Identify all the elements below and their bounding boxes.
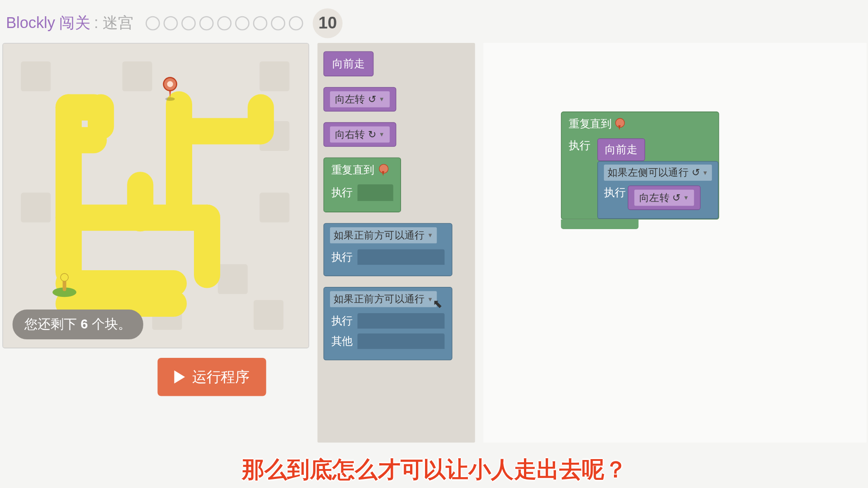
blocks-remaining-badge: 您还剩下 6 个块。	[13, 310, 143, 339]
block-toolbox: 向前走 向左转 ↺ ▼ 向右转 ↻ ▼ 重复直到 执行 如果正前方可以通行 ▼ …	[317, 43, 475, 442]
level-dots: 10	[146, 8, 343, 38]
video-caption: 那么到底怎么才可以让小人走出去呢？	[242, 455, 627, 485]
maze-canvas: 您还剩下 6 个块。	[2, 43, 309, 348]
ws-block-if-left[interactable]: 如果左侧可以通行 ↺ ▼ 执行 向左转 ↺ ▼	[597, 161, 718, 219]
pin-icon	[615, 118, 623, 130]
block-if-else-path-ahead[interactable]: 如果正前方可以通行 ▼ 执行 其他	[323, 287, 469, 360]
level-dot[interactable]	[199, 16, 214, 30]
block-turn-right[interactable]: 向右转 ↻ ▼	[323, 122, 469, 147]
workspace-program[interactable]: 重复直到 执行 向前走 如果左侧可以通行 ↺ ▼ 执行 向左转 ↺ ▼	[561, 112, 719, 229]
block-turn-left[interactable]: 向左转 ↺ ▼	[323, 87, 469, 112]
pin-icon	[379, 164, 387, 176]
ws-block-move-forward[interactable]: 向前走	[597, 138, 645, 161]
goal-marker-icon	[163, 77, 177, 101]
player-icon	[56, 273, 74, 297]
run-program-button[interactable]: 运行程序	[157, 358, 266, 396]
level-dot[interactable]	[217, 16, 232, 30]
level-dot[interactable]	[181, 16, 196, 30]
header: Blockly 闯关 : 迷宫 10	[0, 0, 868, 43]
maze-panel: 您还剩下 6 个块。 运行程序	[2, 43, 309, 442]
level-dot[interactable]	[253, 16, 268, 30]
app-title: Blockly 闯关	[6, 13, 90, 33]
ws-block-turn-left[interactable]: 向左转 ↺ ▼	[628, 186, 701, 210]
block-if-path-ahead[interactable]: 如果正前方可以通行 ▼ 执行	[323, 223, 469, 276]
block-repeat-until[interactable]: 重复直到 执行	[323, 157, 469, 212]
level-dot[interactable]	[146, 16, 160, 30]
workspace[interactable]: 重复直到 执行 向前走 如果左侧可以通行 ↺ ▼ 执行 向左转 ↺ ▼	[483, 43, 866, 442]
level-dot[interactable]	[235, 16, 250, 30]
level-dot[interactable]	[289, 16, 303, 30]
level-dot[interactable]	[164, 16, 178, 30]
game-name: : 迷宫	[94, 13, 134, 33]
block-move-forward[interactable]: 向前走	[323, 52, 469, 76]
play-icon	[174, 371, 185, 384]
current-level-badge[interactable]: 10	[313, 8, 343, 38]
level-dot[interactable]	[271, 16, 285, 30]
